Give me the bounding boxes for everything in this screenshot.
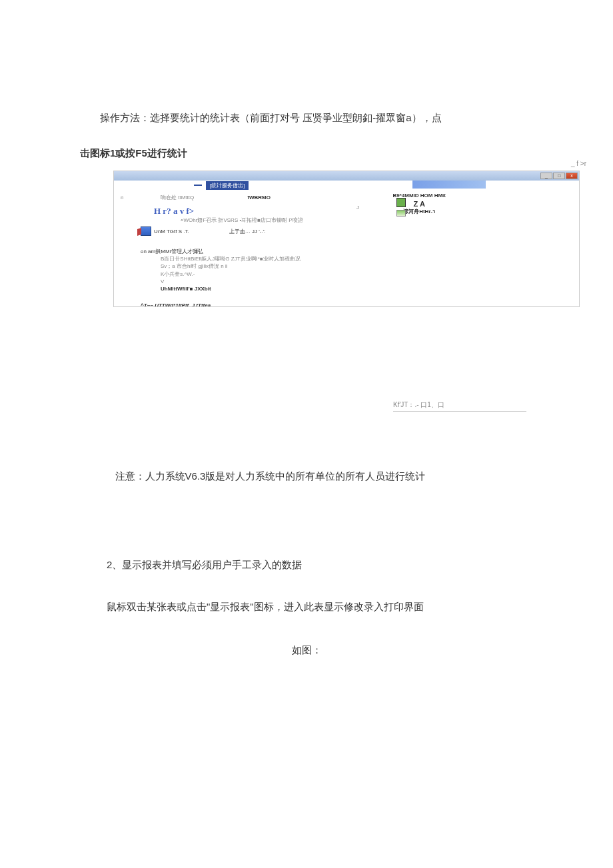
menubar: [统计服务借出] [114, 181, 579, 190]
toolbar-n-label: n [121, 195, 147, 201]
tree-line-4[interactable]: K小兵奎s.^W.- [161, 270, 579, 278]
tree-line-3[interactable]: Sv；a 市合hi时 gjilix倩況 n ii [161, 262, 579, 270]
window-buttons: _ □ x [540, 173, 578, 179]
menu-item-2[interactable]: [统计服务借出] [206, 181, 249, 190]
blue-serif-title: H r? a v f> [154, 206, 579, 217]
toolbar-item-2[interactable]: fWBRMO [247, 195, 271, 201]
section-2-body: 鼠标双击某张表或点击"显示报表"图标，进入此表显示修改录入打印界面 [107, 596, 533, 618]
corner-mark: _ f >r [571, 160, 586, 167]
file-sublabel: 上于血… JJ '-.': [229, 228, 266, 235]
as-shown-label: 如图： [80, 644, 533, 657]
window-titlebar: _ □ x [114, 171, 579, 181]
note-paragraph: 注意：人力系统V6.3版是对人力系统中的所有单位的所有人员进行统计 [80, 465, 533, 487]
tree-block: on am損MMI管理人才彌弘 B百日卄SHttBiEfi姫人J瓔呣G ZJT鼻… [141, 248, 579, 292]
tree-line-6[interactable]: UhMlttWfill'■ JXXbit [161, 285, 579, 292]
file-label: UnM TGtf S .T. [154, 228, 189, 234]
green-icon-2[interactable] [396, 210, 406, 217]
toolbar-item-1[interactable]: 响在处 ttMtttQ [161, 194, 194, 201]
toolbar-gradient-strip [412, 181, 486, 189]
file-row: UnM TGtf S .T. 上于血… JJ '-.': [141, 226, 579, 236]
close-button[interactable]: x [566, 173, 578, 179]
bottom-line-1: ^T~~ UTTWd*1ItPtf. J tTtfea [141, 302, 579, 307]
tree-line-1[interactable]: on am損MMI管理人才彌弘 [141, 248, 579, 255]
embedded-app-screenshot: _ □ x [统计服务借出] n 响在处 ttMtttQ fWBRMO B9*4… [113, 171, 580, 307]
paragraph-instruction-1-cont: 击图标1或按F5进行统计 [80, 142, 533, 164]
paragraph-instruction-1: 操作方法：选择要统计的统计表（前面打对号 压贤爭业型朗釦-擢眾窗a），点 [80, 107, 533, 129]
section-2-title: 2、显示报表并填写必须用户手工录入的数据 [107, 554, 533, 576]
file-icon[interactable] [141, 226, 151, 236]
bottom-text-block: ^T~~ UTTWd*1ItPtf. J tTtfea 念5 虹冽珝玝鼢A非6丨… [141, 302, 579, 307]
tree-line-5[interactable]: V [161, 278, 579, 285]
toolbar-row-1: n 响在处 ttMtttQ fWBRMO [114, 190, 579, 205]
menu-item-1[interactable] [194, 185, 202, 186]
minimize-button[interactable]: _ [540, 173, 552, 179]
green-icon-1[interactable] [396, 198, 406, 207]
tree-line-2[interactable]: B百日卄SHttBiEfi姫人J瓔呣G ZJT鼻业啊I*■业时人加程曲况 [161, 255, 579, 262]
right-j-label: J [356, 205, 359, 211]
subtitle-gray: «WOhr翅F召示 折VSRS •耳拓橙■店口市铆耐 P咬證 [181, 217, 579, 224]
kfjt-underline-text: Kf'JT：.- 口1、口 [393, 400, 526, 412]
maximize-button[interactable]: □ [553, 173, 565, 179]
